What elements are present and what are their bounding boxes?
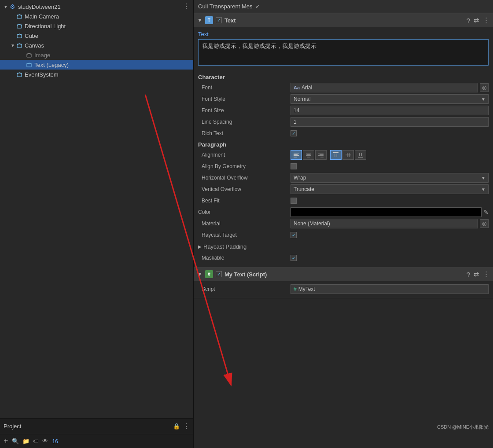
component-icon: T [205,16,213,24]
font-style-label: Font Style [198,96,291,102]
font-name: Arial [302,84,312,91]
v-overflow-label: Vertical Overflow [198,186,291,192]
line-spacing-label: Line Spacing [198,119,291,125]
script-component-enabled[interactable]: ✓ [216,271,222,277]
hierarchy-item-image[interactable]: Image [0,50,193,60]
hierarchy-label: Directional Light [25,23,66,29]
expand-arrow-canvas[interactable]: ▼ [10,43,16,48]
material-picker-btn[interactable]: ◎ [480,219,489,228]
maskable-check[interactable]: ✓ [291,255,297,261]
line-spacing-input[interactable]: 1 [291,117,489,127]
font-label: Font [198,84,291,91]
collapse-arrow[interactable]: ▼ [197,271,202,277]
tag-icon[interactable]: 🏷 [33,438,39,444]
script-menu-icon[interactable]: ⋮ [483,270,489,278]
line-spacing-value: 1 [291,117,489,127]
align-top-btn[interactable] [330,150,342,160]
settings-icon[interactable]: ⇄ [474,16,479,24]
maskable-value: ✓ [291,255,489,261]
font-style-select[interactable]: Normal ▼ [291,94,489,104]
line-spacing-row: Line Spacing 1 [198,117,489,127]
script-field[interactable]: # MyText [291,284,489,294]
search-icon[interactable]: 🔍 [12,438,19,444]
hierarchy-item-text-legacy[interactable]: Text (Legacy) [0,60,193,70]
component-header-icons: ? ⇄ ⋮ [467,16,489,24]
more-btn[interactable]: ⋮ [183,422,190,430]
svg-rect-16 [320,154,324,155]
raycast-target-check[interactable]: ✓ [291,232,297,238]
hierarchy-item-eventsystem[interactable]: EventSystem [0,70,193,79]
cube-icon [26,61,33,68]
rich-text-check[interactable]: ✓ [291,130,297,136]
help-icon[interactable]: ? [467,17,470,24]
svg-rect-19 [333,152,338,153]
collapse-arrow[interactable]: ▼ [197,17,202,23]
bottom-toolbar: + 🔍 📁 🏷 👁 16 [0,434,193,448]
align-left-btn[interactable] [291,150,302,160]
raycast-padding-row[interactable]: ▶ Raycast Padding [198,241,489,252]
hierarchy-label: Image [34,52,50,59]
rich-text-row: Rich Text ✓ [198,128,489,139]
font-size-row: Font Size 14 [198,105,489,116]
select-arrow: ▼ [481,97,486,102]
svg-rect-26 [359,153,360,156]
align-bottom-btn[interactable] [355,150,366,160]
cube-icon [16,32,23,39]
svg-rect-17 [318,155,324,156]
script-name: MyText [298,286,315,292]
font-picker-btn[interactable]: ◎ [480,83,489,92]
v-overflow-row: Vertical Overflow Truncate ▼ [198,184,489,195]
v-overflow-select[interactable]: Truncate ▼ [291,184,489,194]
hierarchy-label: Canvas [25,42,44,49]
project-bar: Project 🔒 ⋮ [0,418,193,434]
script-inspector-body: Script # MyText [194,281,493,298]
align-right-btn[interactable] [315,150,327,160]
inspector-body: Text 我是游戏提示，我是游戏提示，我是游戏提示 Character Font… [194,27,493,267]
line-spacing-number: 1 [294,119,297,125]
eye-icon[interactable]: 👁 [42,438,48,444]
color-edit-icon[interactable]: ✎ [483,209,489,216]
scene-menu-btn[interactable]: ⋮ [183,3,190,10]
color-swatch[interactable] [291,207,482,217]
scene-header: ▼ ⚙ studyDotween21 ⋮ [0,2,193,11]
font-style-row: Font Style Normal ▼ [198,94,489,104]
font-size-input[interactable]: 14 [291,106,489,115]
hierarchy-item-canvas[interactable]: ▼ Canvas [0,40,193,50]
text-value-input[interactable]: 我是游戏提示，我是游戏提示，我是游戏提示 [198,39,489,66]
svg-rect-27 [361,153,362,156]
script-help-icon[interactable]: ? [467,271,470,278]
add-btn[interactable]: + [4,437,8,446]
script-settings-icon[interactable]: ⇄ [474,270,479,278]
svg-rect-9 [294,155,299,156]
best-fit-check[interactable] [291,198,297,204]
lock-icon[interactable]: 🔒 [173,423,180,430]
align-by-geometry-check[interactable] [291,163,297,169]
v-overflow-value: Truncate ▼ [291,184,489,194]
hierarchy-item-directional-light[interactable]: Directional Light [0,21,193,31]
align-middle-btn[interactable] [342,150,354,160]
maskable-label: Maskable [198,255,291,261]
align-by-geometry-value [291,163,489,169]
alignment-value [291,150,489,160]
folder-icon[interactable]: 📁 [22,438,29,444]
font-field[interactable]: Aa Arial [291,83,478,92]
h-overflow-select[interactable]: Wrap ▼ [291,173,489,183]
svg-rect-18 [320,157,324,158]
text-component-section: ▼ T ✓ Text ? ⇄ ⋮ Text 我是游戏提示，我是游戏提示，我是游戏… [194,13,493,267]
svg-rect-15 [318,153,324,154]
cull-check[interactable]: ✓ [255,3,260,10]
menu-icon[interactable]: ⋮ [483,16,489,24]
scene-name: studyDotween21 [18,4,61,10]
hierarchy-item-main-camera[interactable]: Main Camera [0,11,193,21]
align-center-btn[interactable] [303,150,314,160]
svg-rect-20 [335,154,335,157]
component-enabled[interactable]: ✓ [216,17,222,23]
material-field[interactable]: None (Material) [291,219,478,228]
font-row: Font Aa Arial ◎ [198,82,489,93]
raycast-target-row: Raycast Target ✓ [198,230,489,240]
h-overflow-label: Horizontal Overflow [198,175,291,181]
alignment-label: Alignment [198,152,291,158]
best-fit-row: Best Fit [198,195,489,206]
raycast-padding-label: Raycast Padding [203,243,246,250]
hierarchy-item-cube[interactable]: Cube [0,31,193,40]
